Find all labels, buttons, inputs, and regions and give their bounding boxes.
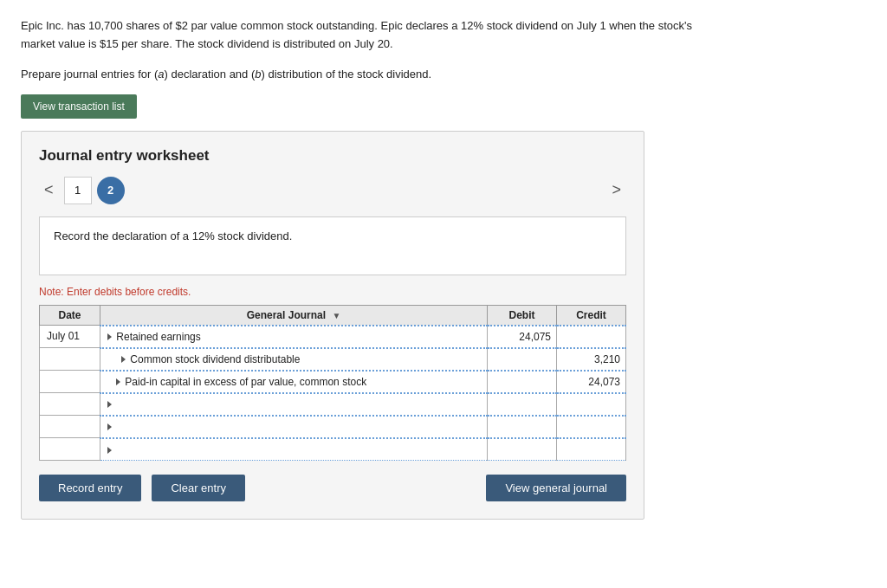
prepare-text: Prepare journal entries for (a) declarat…: [21, 68, 866, 81]
date-cell-6[interactable]: [40, 438, 100, 461]
table-row: [40, 438, 626, 461]
credit-cell-2[interactable]: 3,210: [557, 348, 626, 371]
problem-line1: Epic Inc. has 10,700 shares of $2 par va…: [21, 19, 692, 32]
journal-table: Date General Journal ▼ Debit Credit July…: [39, 305, 626, 462]
dropdown-arrow-icon: ▼: [332, 311, 340, 320]
date-cell-2: [40, 348, 100, 371]
worksheet-title: Journal entry worksheet: [39, 147, 626, 165]
gen-cell-1[interactable]: Retained earnings: [100, 326, 488, 348]
gen-journal-1: Retained earnings: [116, 331, 200, 343]
gen-cell-4[interactable]: [100, 393, 488, 416]
view-general-journal-button[interactable]: View general journal: [486, 475, 626, 501]
table-row: Common stock dividend distributable 3,21…: [40, 348, 626, 371]
date-cell-4[interactable]: [40, 393, 100, 416]
page-navigation: < 1 2 >: [39, 177, 626, 204]
credit-cell-3[interactable]: 24,073: [557, 371, 626, 393]
credit-value-3: 24,073: [588, 376, 620, 388]
row-indicator-icon-2: [121, 356, 126, 363]
gen-journal-3: Paid-in capital in excess of par value, …: [125, 376, 366, 388]
debit-cell-3[interactable]: [488, 371, 557, 393]
next-page-button[interactable]: >: [606, 179, 626, 201]
view-transaction-button[interactable]: View transaction list: [21, 94, 137, 119]
page-1-indicator[interactable]: 1: [64, 177, 92, 204]
row-indicator-icon-5: [107, 423, 112, 430]
gen-cell-3[interactable]: Paid-in capital in excess of par value, …: [100, 371, 488, 393]
debit-cell-1[interactable]: 24,075: [488, 326, 557, 348]
record-entry-button[interactable]: Record entry: [39, 475, 141, 501]
col-date: Date: [40, 305, 100, 326]
col-debit: Debit: [488, 305, 557, 326]
date-cell-5[interactable]: [40, 416, 100, 438]
debit-value-1: 24,075: [519, 331, 551, 343]
note-text: Note: Enter debits before credits.: [39, 286, 626, 298]
journal-entry-worksheet: Journal entry worksheet < 1 2 > Record t…: [21, 131, 644, 520]
problem-text: Epic Inc. has 10,700 shares of $2 par va…: [21, 17, 866, 54]
debit-cell-6[interactable]: [488, 438, 557, 461]
credit-cell-1[interactable]: [557, 326, 626, 348]
debit-cell-2[interactable]: [488, 348, 557, 371]
instruction-box: Record the declaration of a 12% stock di…: [39, 216, 626, 275]
credit-cell-4[interactable]: [557, 393, 626, 416]
row-indicator-icon-6: [107, 447, 112, 454]
date-cell-3: [40, 371, 100, 393]
date-cell-1: July 01: [40, 326, 100, 348]
debit-cell-5[interactable]: [488, 416, 557, 438]
page-2-indicator[interactable]: 2: [97, 177, 125, 204]
instruction-text: Record the declaration of a 12% stock di…: [54, 229, 292, 242]
table-row: [40, 416, 626, 438]
table-row: Paid-in capital in excess of par value, …: [40, 371, 626, 393]
row-indicator-icon-4: [107, 401, 112, 408]
gen-cell-5[interactable]: [100, 416, 488, 438]
prev-page-button[interactable]: <: [39, 179, 59, 201]
gen-journal-2: Common stock dividend distributable: [130, 353, 300, 365]
debit-cell-4[interactable]: [488, 393, 557, 416]
clear-entry-button[interactable]: Clear entry: [152, 475, 245, 501]
bottom-buttons: Record entry Clear entry View general jo…: [39, 475, 626, 501]
table-row: [40, 393, 626, 416]
credit-cell-6[interactable]: [557, 438, 626, 461]
table-row: July 01 Retained earnings 24,075: [40, 326, 626, 348]
col-credit: Credit: [557, 305, 626, 326]
credit-value-2: 3,210: [594, 353, 620, 365]
credit-cell-5[interactable]: [557, 416, 626, 438]
problem-line2: market value is $15 per share. The stock…: [21, 37, 393, 50]
row-indicator-icon-1: [107, 333, 112, 340]
gen-cell-6[interactable]: [100, 438, 488, 461]
row-indicator-icon-3: [116, 378, 120, 385]
col-general-journal: General Journal ▼: [100, 305, 488, 326]
gen-cell-2[interactable]: Common stock dividend distributable: [100, 348, 488, 371]
